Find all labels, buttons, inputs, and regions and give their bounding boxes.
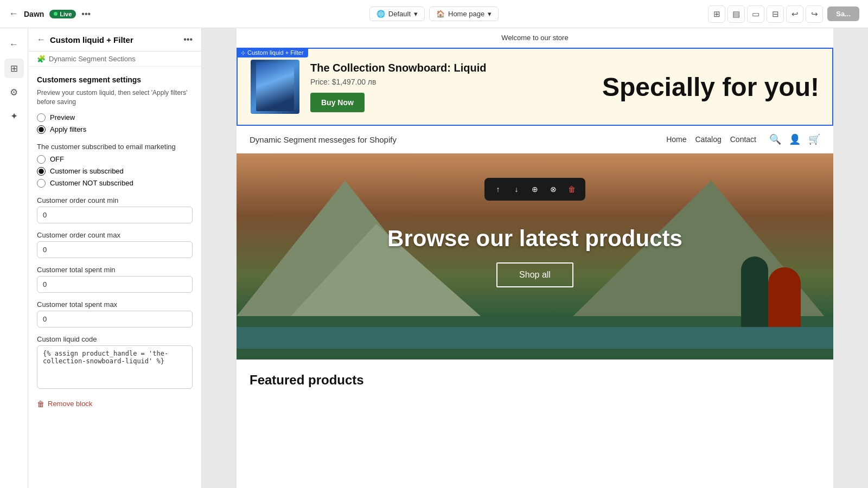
sidebar-title: Custom liquid + Filter xyxy=(50,35,179,44)
store-nav: Dynamic Segment messeges for Shopify Hom… xyxy=(237,126,833,153)
sidebar-header: ← Custom liquid + Filter ••• xyxy=(28,28,201,52)
topbar-left: ← Dawn Live ••• xyxy=(9,8,288,20)
subscribed-radio[interactable] xyxy=(37,167,46,176)
cursor-icon: ⊹ xyxy=(241,50,245,56)
nav-title: Dynamic Segment messeges for Shopify xyxy=(250,135,653,144)
move-up-toolbar-btn[interactable]: ↑ xyxy=(490,181,506,197)
save-button[interactable]: Sa... xyxy=(827,7,859,21)
store-welcome: Welcome to our store xyxy=(237,28,833,48)
preview-radio[interactable] xyxy=(37,113,46,122)
globe-icon: 🌐 xyxy=(376,10,385,18)
subscribed-radio-item[interactable]: Customer is subscribed xyxy=(37,167,193,176)
order-min-input[interactable] xyxy=(37,207,193,223)
off-radio[interactable] xyxy=(37,155,46,164)
apply-filters-radio[interactable] xyxy=(37,125,46,134)
nav-contact[interactable]: Contact xyxy=(730,135,756,144)
undo-button[interactable]: ↩ xyxy=(786,5,803,23)
settings-icon[interactable]: ⚙ xyxy=(4,82,24,102)
preview-radio-item[interactable]: Preview xyxy=(37,113,193,122)
apply-filters-label: Apply filters xyxy=(50,125,86,133)
spent-min-input[interactable] xyxy=(37,276,193,293)
nav-home[interactable]: Home xyxy=(666,135,686,144)
more-menu-icon[interactable]: ••• xyxy=(81,9,91,19)
desktop-view-button[interactable]: ⊞ xyxy=(708,5,725,23)
back-icon[interactable]: ← xyxy=(9,8,18,20)
topbar: ← Dawn Live ••• 🌐 Default ▾ 🏠 Home page … xyxy=(0,0,868,28)
layout-view-button[interactable]: ▤ xyxy=(727,5,745,23)
custom-liquid-block: ⊹ Custom liquid + Filter The Collection … xyxy=(237,48,833,126)
apply-filters-radio-item[interactable]: Apply filters xyxy=(37,125,193,134)
hero-person2 xyxy=(768,267,801,327)
sidebar-more-icon[interactable]: ••• xyxy=(183,35,193,44)
buy-now-button[interactable]: Buy Now xyxy=(310,93,365,112)
sidebar: ← Custom liquid + Filter ••• 🧩 Dynamic S… xyxy=(28,28,202,488)
chevron-down-icon: ▾ xyxy=(488,10,492,18)
product-image-inner xyxy=(256,62,294,111)
nav-links: Home Catalog Contact xyxy=(666,135,756,144)
homepage-button[interactable]: 🏠 Home page ▾ xyxy=(429,7,499,21)
section-desc: Preview your custom liquid, then select … xyxy=(37,88,193,107)
cart-icon[interactable]: 🛒 xyxy=(808,133,820,145)
not-subscribed-label: Customer NOT subscribed xyxy=(50,179,133,187)
view-icons: ⊞ ▤ ▭ ⊟ ↩ ↪ xyxy=(708,5,823,23)
duplicate-toolbar-btn[interactable]: ⊕ xyxy=(527,181,543,197)
remove-block-label: Remove block xyxy=(48,400,92,408)
preview-area: Welcome to our store ⊹ Custom liquid + F… xyxy=(202,28,868,488)
product-price: Price: $1,497.00 лв xyxy=(310,78,591,86)
trash-icon: 🗑 xyxy=(37,400,44,408)
topbar-right: ⊞ ▤ ▭ ⊟ ↩ ↪ Sa... xyxy=(580,5,859,23)
apps-icon[interactable]: ✦ xyxy=(4,106,24,126)
topbar-center: 🌐 Default ▾ 🏠 Home page ▾ xyxy=(295,7,574,21)
hide-toolbar-btn[interactable]: ⊗ xyxy=(545,181,561,197)
hero-content: Browse our latest products Shop all xyxy=(387,226,682,287)
remove-block-button[interactable]: 🗑 Remove block xyxy=(37,395,193,413)
live-dot xyxy=(54,12,58,16)
sidebar-back-icon[interactable]: ← xyxy=(37,35,46,44)
mobile-view-button[interactable]: ⊟ xyxy=(767,5,784,23)
tablet-view-button[interactable]: ▭ xyxy=(747,5,764,23)
order-max-label: Customer order count max xyxy=(37,231,193,239)
preview-label: Preview xyxy=(50,113,75,121)
preview-mode-group: Preview Apply filters xyxy=(37,113,193,134)
order-max-input[interactable] xyxy=(37,241,193,258)
product-image xyxy=(251,60,299,114)
specially-text: Specially for you! xyxy=(602,72,819,102)
block-label-tag: ⊹ Custom liquid + Filter xyxy=(237,48,308,57)
code-textarea[interactable]: {% assign product_handle = 'the-collecti… xyxy=(37,345,193,389)
floating-toolbar: ↑ ↓ ⊕ ⊗ 🗑 xyxy=(484,178,585,201)
move-down-toolbar-btn[interactable]: ↓ xyxy=(508,181,525,197)
order-min-label: Customer order count min xyxy=(37,196,193,204)
home-icon: 🏠 xyxy=(436,10,445,18)
not-subscribed-radio-item[interactable]: Customer NOT subscribed xyxy=(37,179,193,188)
featured-title: Featured products xyxy=(250,373,820,388)
sidebar-subtitle: 🧩 Dynamic Segment Sections xyxy=(28,52,201,67)
hero-title: Browse our latest products xyxy=(387,226,682,252)
account-icon[interactable]: 👤 xyxy=(789,133,801,145)
subscribed-label: Customer is subscribed xyxy=(50,167,124,175)
not-subscribed-radio[interactable] xyxy=(37,179,46,188)
redo-button[interactable]: ↪ xyxy=(806,5,823,23)
spent-max-input[interactable] xyxy=(37,311,193,328)
search-icon[interactable]: 🔍 xyxy=(769,133,781,145)
product-info: The Collection Snowboard: Liquid Price: … xyxy=(310,62,591,112)
product-highlight: The Collection Snowboard: Liquid Price: … xyxy=(237,48,833,126)
nav-catalog[interactable]: Catalog xyxy=(695,135,721,144)
nav-icons: 🔍 👤 🛒 xyxy=(769,133,820,145)
delete-toolbar-btn[interactable]: 🗑 xyxy=(564,181,580,197)
back-nav-icon[interactable]: ← xyxy=(4,35,24,54)
chevron-down-icon: ▾ xyxy=(414,10,418,18)
shop-all-button[interactable]: Shop all xyxy=(496,262,573,287)
featured-section: Featured products xyxy=(237,359,833,401)
spent-min-label: Customer total spent min xyxy=(37,266,193,274)
live-badge: Live xyxy=(49,10,76,18)
block-label-text: Custom liquid + Filter xyxy=(247,49,304,56)
sidebar-scroll-area[interactable]: Customers segment settings Preview your … xyxy=(28,67,201,488)
product-name: The Collection Snowboard: Liquid xyxy=(310,62,591,74)
preview-inner: Welcome to our store ⊹ Custom liquid + F… xyxy=(237,28,833,488)
sections-icon[interactable]: ⊞ xyxy=(4,59,24,78)
spent-max-label: Customer total spent max xyxy=(37,300,193,309)
subscription-group: OFF Customer is subscribed Customer NOT … xyxy=(37,155,193,188)
default-button[interactable]: 🌐 Default ▾ xyxy=(369,7,425,21)
off-radio-item[interactable]: OFF xyxy=(37,155,193,164)
off-label: OFF xyxy=(50,155,64,163)
